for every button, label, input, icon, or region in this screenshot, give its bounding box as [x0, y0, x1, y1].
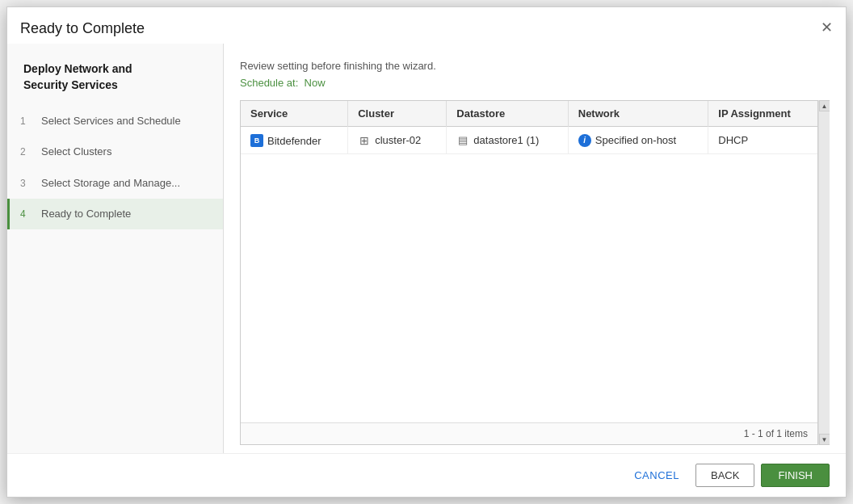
cell-cluster: ⊞ cluster-02 [348, 127, 447, 154]
service-name: Bitdefender [267, 135, 321, 147]
table-header-row: Service Cluster Datastore Network IP Ass… [241, 101, 817, 127]
sidebar-item-3[interactable]: 3 Select Storage and Manage... [7, 168, 223, 199]
cell-network: i Specified on-host [568, 127, 708, 154]
dialog: Ready to Complete ✕ Deploy Network andSe… [6, 6, 847, 498]
cluster-cell-icon-group: ⊞ cluster-02 [358, 134, 421, 147]
schedule-value: Now [305, 77, 326, 89]
table-row: B Bitdefender ⊞ cluster-02 [241, 127, 817, 154]
step-label-1: Select Services and Schedule [41, 114, 181, 128]
cell-service: B Bitdefender [241, 127, 348, 154]
col-network: Network [568, 101, 708, 127]
scrollbar-up-button[interactable]: ▲ [819, 100, 830, 111]
datastore-cell-icon-group: ▤ datastore1 (1) [456, 134, 539, 147]
network-name: Specified on-host [595, 134, 676, 146]
sidebar-item-1[interactable]: 1 Select Services and Schedule [7, 106, 223, 136]
step-num-4: 4 [20, 207, 36, 221]
datastore-icon: ▤ [456, 134, 469, 147]
table-container: Service Cluster Datastore Network IP Ass… [240, 100, 818, 445]
sidebar: Deploy Network andSecurity Services 1 Se… [7, 44, 224, 453]
cluster-name: cluster-02 [375, 134, 421, 146]
col-cluster: Cluster [348, 101, 447, 127]
dialog-header: Ready to Complete ✕ [7, 7, 846, 44]
dialog-body: Deploy Network andSecurity Services 1 Se… [7, 44, 846, 453]
sidebar-item-4[interactable]: 4 Ready to Complete [7, 199, 223, 229]
sidebar-title: Deploy Network andSecurity Services [7, 52, 223, 106]
col-datastore: Datastore [447, 101, 568, 127]
step-label-2: Select Clusters [41, 145, 111, 159]
dialog-footer: CANCEL BACK FINISH [7, 453, 846, 497]
cell-ip-assignment: DHCP [708, 127, 817, 154]
step-num-1: 1 [20, 114, 36, 128]
table-footer: 1 - 1 of 1 items [241, 422, 817, 444]
service-cell-icon-group: B Bitdefender [250, 134, 321, 147]
cluster-icon: ⊞ [358, 134, 371, 147]
step-num-3: 3 [20, 176, 36, 191]
info-icon: i [578, 134, 591, 147]
close-button[interactable]: ✕ [821, 20, 833, 35]
cell-datastore: ▤ datastore1 (1) [447, 127, 568, 154]
network-cell-icon-group: i Specified on-host [578, 134, 676, 147]
scrollbar-down-button[interactable]: ▼ [819, 434, 830, 445]
bitdefender-icon: B [250, 134, 263, 147]
col-ip-assignment: IP Assignment [708, 101, 817, 127]
scrollbar[interactable]: ▲ ▼ [818, 100, 830, 445]
back-button[interactable]: BACK [695, 464, 754, 487]
dialog-title: Ready to Complete [20, 20, 145, 37]
subtitle: Review setting before finishing the wiza… [240, 60, 830, 72]
main-content: Review setting before finishing the wiza… [224, 44, 846, 453]
schedule-line: Schedule at: Now [240, 77, 830, 89]
data-table: Service Cluster Datastore Network IP Ass… [241, 101, 817, 154]
step-label-3: Select Storage and Manage... [41, 176, 180, 191]
cancel-button[interactable]: CANCEL [624, 464, 689, 486]
scrollbar-track[interactable] [819, 111, 830, 434]
step-num-2: 2 [20, 145, 36, 159]
datastore-name: datastore1 (1) [473, 134, 539, 146]
schedule-label: Schedule at: [240, 77, 298, 89]
col-service: Service [241, 101, 348, 127]
step-label-4: Ready to Complete [41, 207, 131, 221]
finish-button[interactable]: FINISH [761, 464, 830, 487]
sidebar-item-2[interactable]: 2 Select Clusters [7, 136, 223, 167]
